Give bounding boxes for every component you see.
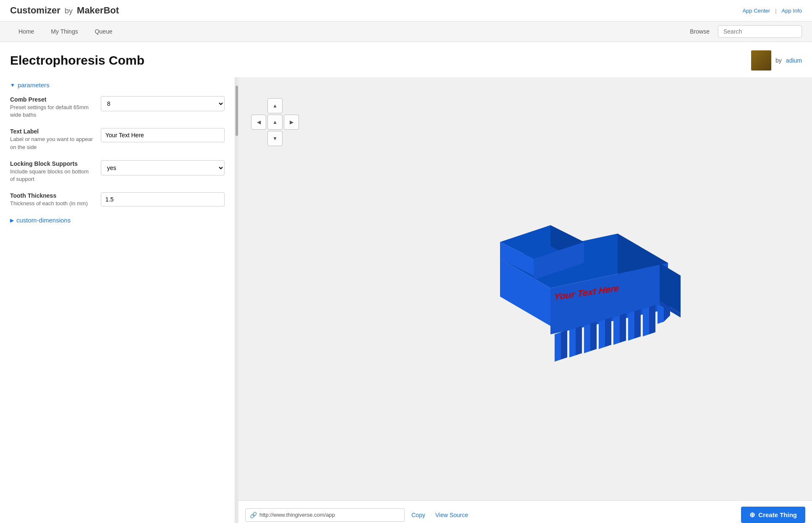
link-divider: |: [775, 8, 776, 14]
nav-up-button[interactable]: ▲: [267, 98, 283, 113]
custom-dimensions-header[interactable]: ▶ custom-dimensions: [10, 217, 225, 224]
scroll-thumb[interactable]: [236, 86, 238, 136]
scroll-divider: [235, 77, 238, 523]
plus-circle-icon: ⊕: [749, 511, 755, 519]
tooth-4-front: [605, 318, 611, 347]
search-input[interactable]: [718, 25, 802, 38]
nav-down-button[interactable]: ▼: [267, 131, 283, 146]
nav-browse[interactable]: Browse: [690, 28, 710, 35]
tooth-3-front: [590, 322, 597, 351]
nav-left-button[interactable]: ◀: [251, 115, 266, 130]
author-thumbnail: [751, 50, 771, 71]
nav-controls: ▲ ◀ ▲ ▶ ▼: [251, 98, 299, 146]
param-desc-comb-preset: Preset settings for default 65mm wide ba…: [10, 104, 94, 119]
page-title-area: Electrophoresis Comb by adium: [0, 42, 812, 77]
create-thing-button[interactable]: ⊕ Create Thing: [741, 507, 805, 523]
tooth-5-side: [613, 316, 620, 345]
brand-by: by: [65, 7, 73, 15]
parameters-header[interactable]: ▼ parameters: [10, 81, 225, 89]
viewer-area: ▲ ◀ ▲ ▶ ▼: [238, 77, 812, 500]
tooth-2-front: [576, 326, 582, 356]
nav-right: Browse: [690, 25, 802, 38]
param-row-text-label: Text Label Label or name you want to app…: [10, 128, 225, 151]
param-row-tooth-thickness: Tooth Thickness Thickness of each tooth …: [10, 192, 225, 207]
right-panel: ▲ ◀ ▲ ▶ ▼: [238, 77, 812, 523]
tooth-1-side: [555, 332, 561, 362]
comb-3d-view: Your Text Here: [466, 209, 685, 369]
param-desc-locking-block: Include square blocks on bottom of suppo…: [10, 168, 94, 183]
custom-dimensions-label: custom-dimensions: [16, 217, 71, 224]
tooth-4-side: [599, 320, 605, 349]
text-label-input[interactable]: [101, 128, 225, 142]
tooth-6-side: [628, 311, 634, 341]
create-thing-label: Create Thing: [758, 511, 797, 518]
param-row-locking-block: Locking Block Supports Include square bl…: [10, 160, 225, 183]
brand-makerbot: MakerBot: [77, 5, 119, 16]
comb-preset-select[interactable]: 8 10 12 14: [101, 96, 225, 111]
param-label-comb-preset: Comb Preset Preset settings for default …: [10, 96, 94, 119]
nav-home[interactable]: Home: [10, 21, 42, 42]
view-source-button[interactable]: View Source: [432, 509, 471, 521]
tooth-5-front: [620, 314, 626, 343]
param-name-text-label: Text Label: [10, 128, 94, 135]
tooth-thickness-input[interactable]: [101, 192, 225, 207]
tooth-6-front: [634, 309, 641, 339]
top-header: Customizer by MakerBot App Center | App …: [0, 0, 812, 21]
param-desc-text-label: Label or name you want to appear on the …: [10, 136, 94, 151]
nav-center-button[interactable]: ▲: [267, 115, 283, 130]
brand-title: Customizer by MakerBot: [10, 5, 119, 16]
left-panel: ▼ parameters Comb Preset Preset settings…: [0, 77, 235, 523]
author-thumb-image: [751, 50, 771, 71]
nav-my-things[interactable]: My Things: [42, 21, 86, 42]
param-control-comb-preset: 8 10 12 14: [101, 96, 225, 111]
tooth-3-side: [584, 324, 590, 353]
link-icon: 🔗: [250, 512, 257, 518]
nav-links: Home My Things Queue: [10, 21, 690, 42]
app-info-link[interactable]: App Info: [782, 8, 802, 14]
tooth-7-side: [643, 307, 649, 337]
bottom-bar: 🔗 http://www.thingiverse.com/app Copy Vi…: [238, 500, 812, 523]
param-label-tooth-thickness: Tooth Thickness Thickness of each tooth …: [10, 192, 94, 207]
main-content: ▼ parameters Comb Preset Preset settings…: [0, 77, 812, 523]
brand-customizer: Customizer: [10, 5, 60, 16]
top-links: App Center | App Info: [742, 8, 802, 14]
copy-button[interactable]: Copy: [410, 509, 427, 521]
param-name-locking-block: Locking Block Supports: [10, 160, 94, 167]
author-area: by adium: [751, 50, 802, 71]
param-row-comb-preset: Comb Preset Preset settings for default …: [10, 96, 225, 119]
param-label-locking-block: Locking Block Supports Include square bl…: [10, 160, 94, 183]
url-text: http://www.thingiverse.com/app: [259, 512, 335, 518]
param-name-comb-preset: Comb Preset: [10, 96, 94, 103]
tooth-2-side: [569, 328, 576, 358]
author-by-label: by: [775, 57, 782, 64]
tooth-7-front: [649, 305, 655, 335]
chevron-down-icon: ▼: [10, 82, 15, 88]
locking-block-select[interactable]: yes no: [101, 160, 225, 175]
param-desc-tooth-thickness: Thickness of each tooth (in mm): [10, 200, 94, 207]
page-title: Electrophoresis Comb: [10, 53, 144, 68]
param-control-text-label: [101, 128, 225, 142]
nav-bar: Home My Things Queue Browse: [0, 21, 812, 42]
app-center-link[interactable]: App Center: [742, 8, 770, 14]
author-name-link[interactable]: adium: [786, 57, 802, 64]
parameters-label: parameters: [18, 81, 50, 89]
param-control-locking-block: yes no: [101, 160, 225, 175]
param-control-tooth-thickness: [101, 192, 225, 207]
url-display: 🔗 http://www.thingiverse.com/app: [245, 508, 405, 522]
comb-svg: Your Text Here: [466, 209, 685, 368]
tooth-1-front: [561, 330, 567, 360]
nav-queue[interactable]: Queue: [86, 21, 121, 42]
nav-right-button[interactable]: ▶: [284, 115, 299, 130]
chevron-right-icon: ▶: [10, 217, 14, 223]
param-label-text-label: Text Label Label or name you want to app…: [10, 128, 94, 151]
param-name-tooth-thickness: Tooth Thickness: [10, 192, 94, 199]
